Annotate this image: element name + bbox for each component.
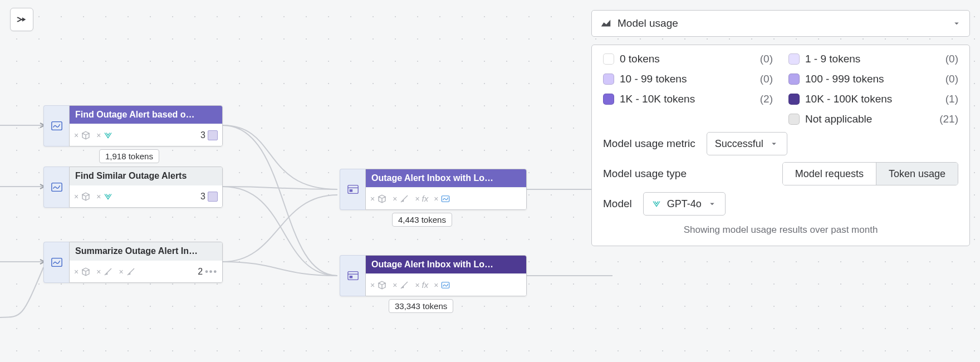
pencil-slash-icon — [126, 267, 136, 277]
output-icon — [208, 192, 218, 202]
legend-item: 100 - 999 tokens (0) — [788, 73, 958, 85]
node-type-icon — [43, 242, 69, 283]
dependency-pill[interactable]: × — [370, 280, 387, 290]
svg-rect-3 — [347, 185, 357, 194]
model-icon — [103, 130, 113, 140]
cube-icon — [81, 267, 91, 277]
legend-item: 10K - 100K tokens (1) — [788, 93, 958, 105]
node-outage-inbox-1[interactable]: Outage Alert Inbox with Lo… × × × fx × — [340, 169, 527, 210]
output-count[interactable]: 2 ••• — [198, 267, 218, 277]
caret-down-icon — [707, 199, 717, 209]
transform-pill[interactable]: × — [393, 280, 409, 290]
app-window-icon — [347, 183, 359, 195]
panel-footer-note: Showing model usage results over past mo… — [603, 222, 958, 238]
pencil-slash-icon — [103, 267, 113, 277]
query-icon — [51, 181, 63, 193]
transform-pill[interactable]: × — [393, 194, 409, 204]
output-count[interactable]: 3 — [200, 192, 218, 202]
model-icon — [103, 192, 113, 202]
token-count-label: 1,918 tokens — [99, 149, 159, 163]
svg-rect-5 — [349, 189, 352, 192]
node-type-icon — [43, 167, 69, 208]
model-select[interactable]: GPT-4o — [643, 192, 726, 216]
model-label: Model — [603, 198, 632, 210]
toggle-token-usage[interactable]: Token usage — [876, 163, 958, 185]
node-details-row: × × 3 — [70, 124, 222, 146]
model-pill[interactable]: × — [96, 192, 113, 202]
node-type-icon — [340, 169, 365, 210]
area-chart-icon — [600, 17, 612, 30]
legend-swatch — [603, 94, 614, 105]
token-count-label: 33,343 tokens — [389, 299, 453, 313]
dropdown-label: Model usage — [618, 17, 678, 30]
svg-rect-1 — [51, 183, 61, 192]
output-icon — [208, 130, 218, 140]
node-title: Summarize Outage Alert In… — [70, 242, 222, 260]
pencil-slash-icon — [399, 194, 409, 204]
node-title: Outage Alert Inbox with Lo… — [366, 169, 526, 187]
legend-swatch — [603, 53, 614, 65]
node-title: Find Outage Alert based o… — [70, 106, 222, 124]
node-type-icon — [340, 255, 365, 296]
svg-rect-2 — [51, 258, 61, 267]
type-label: Model usage type — [603, 168, 687, 180]
chart-icon — [440, 280, 450, 290]
legend-item: 0 tokens (0) — [603, 53, 773, 65]
app-window-icon — [347, 270, 359, 282]
metric-label: Model usage metric — [603, 138, 695, 150]
legend-item: 1K - 10K tokens (2) — [603, 93, 773, 105]
function-pill[interactable]: × fx — [415, 194, 428, 203]
token-legend: 0 tokens (0) 1 - 9 tokens (0) 10 - 99 to… — [603, 53, 958, 125]
model-pill[interactable]: × — [96, 130, 113, 140]
legend-item: Not applicable (21) — [788, 113, 958, 125]
node-title: Find Similar Outage Alerts — [70, 167, 222, 185]
legend-swatch — [788, 114, 800, 125]
transform-pill-2[interactable]: × — [119, 267, 135, 277]
merge-arrow-icon — [16, 13, 28, 26]
node-type-icon — [43, 105, 69, 146]
more-icon: ••• — [205, 267, 218, 277]
legend-swatch — [788, 53, 800, 65]
chart-icon — [440, 194, 450, 204]
svg-rect-9 — [349, 276, 352, 278]
token-count-label: 4,443 tokens — [392, 213, 452, 227]
query-icon — [51, 256, 63, 268]
dependency-pill[interactable]: × — [74, 192, 91, 202]
metric-select[interactable]: Successful — [707, 132, 787, 155]
model-usage-panel: Model usage 0 tokens (0) 1 - 9 tokens (0… — [591, 10, 970, 246]
dependency-pill[interactable]: × — [370, 194, 387, 204]
node-outage-inbox-2[interactable]: Outage Alert Inbox with Lo… × × × fx × — [340, 255, 527, 296]
cube-icon — [81, 130, 91, 140]
svg-rect-7 — [347, 272, 357, 280]
fx-icon: fx — [422, 280, 429, 290]
view-pill[interactable]: × — [434, 194, 450, 204]
dependency-pill[interactable]: × — [74, 130, 91, 140]
fx-icon: fx — [422, 194, 429, 203]
usage-type-toggle: Model requests Token usage — [782, 162, 958, 185]
cube-icon — [81, 192, 91, 202]
transform-pill[interactable]: × — [96, 267, 113, 277]
legend-swatch — [788, 74, 800, 85]
legend-item: 10 - 99 tokens (0) — [603, 73, 773, 85]
query-icon — [51, 120, 63, 132]
legend-item: 1 - 9 tokens (0) — [788, 53, 958, 65]
node-title: Outage Alert Inbox with Lo… — [366, 256, 526, 273]
node-find-outage-alert[interactable]: Find Outage Alert based o… × × 3 — [43, 105, 223, 146]
toggle-model-requests[interactable]: Model requests — [783, 163, 876, 185]
caret-down-icon — [952, 18, 962, 28]
pencil-slash-icon — [399, 280, 409, 290]
legend-swatch — [788, 94, 800, 105]
dependency-pill[interactable]: × — [74, 267, 91, 277]
cube-icon — [377, 194, 387, 204]
metric-dropdown[interactable]: Model usage — [591, 10, 970, 37]
function-pill[interactable]: × fx — [415, 280, 428, 290]
output-count[interactable]: 3 — [200, 130, 218, 140]
node-summarize-outage-alert[interactable]: Summarize Outage Alert In… × × × 2 ••• — [43, 242, 223, 283]
view-pill[interactable]: × — [434, 280, 450, 290]
node-find-similar-outage-alerts[interactable]: Find Similar Outage Alerts × × 3 — [43, 167, 223, 208]
model-icon — [651, 199, 661, 209]
cube-icon — [377, 280, 387, 290]
pan-to-start-button[interactable] — [10, 8, 33, 31]
legend-swatch — [603, 74, 614, 85]
svg-rect-0 — [51, 122, 61, 130]
